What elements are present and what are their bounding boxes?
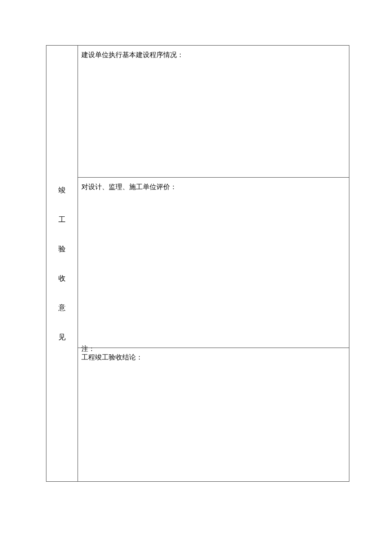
cell-note-label: 注： — [81, 343, 95, 476]
section-header-char: 工 — [58, 216, 66, 223]
section-header-vertical-label: 竣 工 验 收 意 见 — [46, 175, 78, 352]
document-page: 竣 工 验 收 意 见 建设单位执行基本建设程序情况： 对设计、监理、施工单位评… — [0, 0, 392, 482]
section-header-char: 收 — [58, 275, 66, 282]
section-header-char: 验 — [58, 245, 66, 253]
completion-acceptance-table: 竣 工 验 收 意 见 建设单位执行基本建设程序情况： 对设计、监理、施工单位评… — [46, 45, 349, 482]
table-row: 工程竣工验收结论： 注： — [46, 348, 349, 482]
section-header-char: 意 — [58, 304, 66, 311]
section-header-char: 竣 — [58, 187, 66, 194]
cell-label: 对设计、监理、施工单位评价： — [81, 181, 346, 344]
acceptance-conclusion-cell: 工程竣工验收结论： 注： — [78, 348, 349, 482]
section-header-char: 见 — [58, 334, 66, 341]
section-header-cell: 竣 工 验 收 意 见 — [46, 46, 78, 482]
table-row: 竣 工 验 收 意 见 建设单位执行基本建设程序情况： — [46, 46, 349, 178]
cell-label: 建设单位执行基本建设程序情况： — [81, 49, 346, 174]
unit-evaluation-cell: 对设计、监理、施工单位评价： — [78, 178, 349, 348]
construction-unit-procedure-cell: 建设单位执行基本建设程序情况： — [78, 46, 349, 178]
table-row: 对设计、监理、施工单位评价： — [46, 178, 349, 348]
